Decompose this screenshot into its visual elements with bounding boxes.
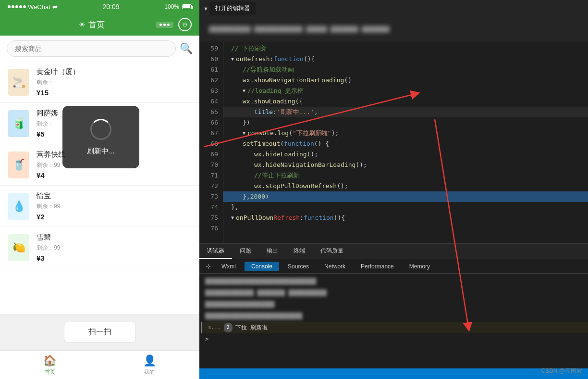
product-price-1: ¥15 bbox=[37, 88, 193, 97]
product-img-box-5: 🍋 bbox=[8, 234, 29, 261]
console-toolbar: ⊹ Wxml Console Sources Network Performan… bbox=[199, 259, 588, 274]
product-image-4: 💧 bbox=[7, 192, 31, 221]
line-numbers: 5960616263 6465666768 6970717273 747576 bbox=[199, 41, 223, 243]
product-stock-5: 剩余：99 bbox=[37, 244, 193, 252]
status-left: WeChat ⇌ bbox=[8, 3, 58, 11]
tab-output[interactable]: 输出 bbox=[259, 244, 286, 259]
product-img-box-4: 💧 bbox=[8, 193, 29, 220]
nav-right[interactable]: ⊙ bbox=[156, 18, 192, 31]
search-bar: 🔍 bbox=[0, 36, 199, 62]
file-tree-blurred: ████████████ ██████████████ ██████ █████… bbox=[209, 26, 390, 33]
product-info-4: 怡宝 剩余：99 ¥2 bbox=[37, 191, 193, 221]
sun-icon: ☀ bbox=[78, 20, 86, 30]
console-blurred-3: ████████████████████ bbox=[199, 299, 588, 310]
tab-quality[interactable]: 代码质量 bbox=[313, 244, 351, 259]
nav-profile-label: 我的 bbox=[144, 368, 155, 376]
nav-title: ☀ 首页 bbox=[78, 19, 105, 30]
method-name: onRefresh bbox=[236, 54, 270, 64]
scan-button[interactable]: 扫一扫 bbox=[64, 322, 136, 342]
collapse-icon[interactable]: ▼ bbox=[203, 6, 208, 12]
product-img-box-1: 🚬 bbox=[8, 69, 29, 96]
code-content: // 下拉刷新 ▼ onRefresh:function(){ //导航条加载动… bbox=[223, 41, 588, 243]
page-title: 首页 bbox=[88, 19, 105, 30]
code-line-72: //停止下拉刷新 bbox=[223, 170, 588, 181]
console-log-text: 下拉 刷新啦 bbox=[235, 323, 268, 332]
code-line-65: wx.showLoading({ bbox=[223, 96, 588, 107]
product-info-1: 黄金叶（厦） 剩余： ¥15 bbox=[37, 67, 193, 97]
product-img-box-3: 🥤 bbox=[8, 152, 29, 178]
nav-dots-button[interactable] bbox=[156, 22, 173, 28]
signal-indicator bbox=[8, 5, 26, 8]
list-item[interactable]: 💧 怡宝 剩余：99 ¥2 bbox=[0, 186, 199, 227]
code-line-68: ▼ console.log("下拉刷新啦"); bbox=[223, 128, 588, 139]
code-line-75: }, bbox=[223, 202, 588, 213]
battery-percent: 100% bbox=[164, 3, 179, 10]
collapse-arrow-76[interactable]: ▼ bbox=[231, 213, 234, 223]
console-tab-memory[interactable]: Memory bbox=[403, 262, 437, 271]
console-tab-network[interactable]: Network bbox=[318, 262, 352, 271]
scan-area: 扫一扫 bbox=[0, 314, 199, 350]
list-item[interactable]: 🚬 黄金叶（厦） 剩余： ¥15 bbox=[0, 62, 199, 103]
console-tab-console[interactable]: Console bbox=[245, 262, 279, 271]
product-stock-4: 剩余：99 bbox=[37, 202, 193, 211]
loading-text: 刷新中... bbox=[87, 147, 115, 156]
dot-3 bbox=[167, 24, 170, 26]
nav-home-label: 首页 bbox=[45, 368, 55, 376]
console-log-line: s... 2 下拉 刷新啦 bbox=[201, 322, 588, 333]
nav-circle-button[interactable]: ⊙ bbox=[178, 18, 192, 31]
collapse-arrow-60[interactable]: ▼ bbox=[231, 54, 234, 64]
editor-tab-active[interactable]: 打开的编辑器 bbox=[209, 1, 256, 15]
code-line-67: }) bbox=[223, 117, 588, 128]
console-content: ████████████████████████████████ ███████… bbox=[199, 274, 588, 368]
csdn-watermark: CSDN @周国波 bbox=[541, 367, 582, 375]
dot-2 bbox=[163, 24, 166, 26]
code-line-64: ▼ //loading 提示框 bbox=[223, 86, 588, 96]
signal-dot-1 bbox=[8, 5, 11, 8]
home-icon: 🏠 bbox=[43, 354, 56, 367]
code-line-74: }, 2000) bbox=[223, 191, 588, 202]
product-list: 🚬 黄金叶（厦） 剩余： ¥15 🧃 阿萨姆 剩余： ¥5 🥤 营养快 bbox=[0, 62, 199, 314]
product-image-2: 🧃 bbox=[7, 109, 31, 138]
code-line-70: wx.hideLoading(); bbox=[223, 149, 588, 160]
search-input[interactable] bbox=[7, 40, 176, 57]
code-line-76: ▼ onPullDownRefresh:function(){ bbox=[223, 213, 588, 223]
product-price-3: ¥4 bbox=[37, 171, 193, 179]
code-line-73: wx.stopPullDownRefresh(); bbox=[223, 181, 588, 191]
collapse-arrow-68[interactable]: ▼ bbox=[243, 128, 245, 139]
bottom-nav: 🏠 首页 👤 我的 bbox=[0, 350, 199, 379]
code-line-60: ▼ onRefresh:function(){ bbox=[223, 54, 588, 64]
signal-dot-5 bbox=[23, 5, 26, 8]
collapse-arrow-64[interactable]: ▼ bbox=[243, 86, 245, 96]
console-blurred-1: ████████████████████████████████ bbox=[199, 276, 588, 287]
product-image-5: 🍋 bbox=[7, 233, 31, 262]
editor-panel: ▼ 打开的编辑器 ████████████ ██████████████ ███… bbox=[199, 0, 588, 379]
wifi-icon: ⇌ bbox=[52, 3, 58, 11]
product-img-box-2: 🧃 bbox=[8, 110, 29, 137]
console-blurred-2: ██████████████ ████████ ███████████ bbox=[199, 287, 588, 299]
search-button[interactable]: 🔍 bbox=[180, 42, 193, 55]
console-source: s... bbox=[208, 323, 221, 332]
editor-tabs: ▼ 打开的编辑器 bbox=[199, 0, 588, 17]
loading-overlay: 刷新中... bbox=[62, 106, 139, 168]
code-line-69: setTimeout(function () { bbox=[223, 139, 588, 149]
console-tab-wxml[interactable]: Wxml bbox=[215, 262, 243, 271]
product-name-5: 雪碧 bbox=[37, 233, 193, 242]
console-tab-performance[interactable]: Performance bbox=[354, 262, 401, 271]
nav-home-item[interactable]: 🏠 首页 bbox=[0, 351, 100, 379]
tab-debugger[interactable]: 调试器 bbox=[199, 244, 232, 259]
status-right: 100% bbox=[164, 3, 192, 10]
battery-fill bbox=[183, 5, 190, 8]
product-stock-1: 剩余： bbox=[37, 78, 193, 87]
tab-terminal[interactable]: 终端 bbox=[286, 244, 313, 259]
editor-status-bar bbox=[199, 368, 588, 379]
console-tab-sources[interactable]: Sources bbox=[281, 262, 316, 271]
loading-spinner bbox=[90, 119, 111, 140]
console-prompt-line[interactable]: > bbox=[199, 333, 588, 345]
nav-profile-item[interactable]: 👤 我的 bbox=[100, 351, 200, 379]
signal-dot-2 bbox=[12, 5, 14, 8]
status-bar: WeChat ⇌ 20:09 100% bbox=[0, 0, 199, 13]
tab-problems[interactable]: 问题 bbox=[232, 244, 259, 259]
list-item[interactable]: 🍋 雪碧 剩余：99 ¥3 bbox=[0, 227, 199, 268]
cursor-icon[interactable]: ⊹ bbox=[203, 262, 213, 271]
signal-dot-3 bbox=[15, 5, 18, 8]
